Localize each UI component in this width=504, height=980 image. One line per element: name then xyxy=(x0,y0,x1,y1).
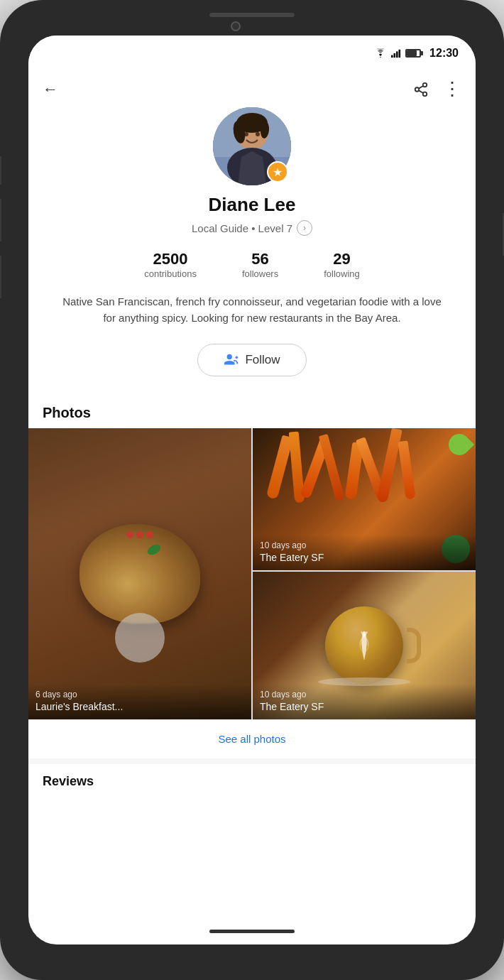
photo-days-ago-2: 10 days ago xyxy=(260,540,469,550)
more-button[interactable]: ⋮ xyxy=(443,78,461,100)
photos-section-header: Photos xyxy=(28,393,476,428)
share-icon xyxy=(413,82,429,97)
local-guide-badge: ★ xyxy=(267,161,288,183)
bio-text: Native San Franciscan, french fry connoi… xyxy=(43,293,461,327)
berry-2 xyxy=(136,531,143,538)
wifi-icon xyxy=(374,48,387,58)
photo-bg-1 xyxy=(28,428,251,719)
followers-label: followers xyxy=(242,268,278,279)
back-button[interactable]: ← xyxy=(43,80,58,99)
ripple-effect xyxy=(115,613,165,663)
top-nav: ← ⋮ xyxy=(28,71,476,100)
following-label: following xyxy=(324,268,360,279)
food-berries xyxy=(126,531,153,538)
status-icons: 12:30 xyxy=(374,47,459,60)
battery-icon xyxy=(405,49,421,58)
stat-contributions[interactable]: 2500 contributions xyxy=(121,250,219,279)
stat-following[interactable]: 29 following xyxy=(301,250,383,279)
photo-grid: 6 days ago Laurie's Breakfast... xyxy=(28,428,476,719)
reviews-title: Reviews xyxy=(43,774,94,788)
home-indicator xyxy=(209,930,295,933)
camera xyxy=(231,21,241,31)
photo-overlay-1: 6 days ago Laurie's Breakfast... xyxy=(28,684,251,719)
svg-point-5 xyxy=(415,87,420,92)
screen: 12:30 ← xyxy=(28,36,476,944)
svg-rect-0 xyxy=(391,55,393,58)
photo-place-3: The Eatery SF xyxy=(260,701,469,712)
svg-line-8 xyxy=(419,85,423,88)
volume-down-button xyxy=(0,199,1,241)
silent-button xyxy=(0,256,1,298)
signal-icon xyxy=(391,48,401,58)
svg-rect-2 xyxy=(396,51,398,58)
volume-up-button xyxy=(0,156,1,185)
reviews-peek: Reviews xyxy=(28,758,476,795)
level-info-button[interactable]: › xyxy=(297,220,312,236)
chevron-right-icon: › xyxy=(303,223,306,233)
coffee-cup xyxy=(325,606,403,685)
photo-cell-1[interactable]: 6 days ago Laurie's Breakfast... xyxy=(28,428,251,719)
time-display: 12:30 xyxy=(429,47,459,60)
status-bar: 12:30 xyxy=(28,36,476,71)
svg-point-15 xyxy=(256,132,260,136)
photo-days-ago-3: 10 days ago xyxy=(260,690,469,699)
food-scone xyxy=(80,524,200,624)
stats-row: 2500 contributions 56 followers 29 follo… xyxy=(43,250,461,279)
svg-point-4 xyxy=(423,82,427,87)
user-name: Diane Lee xyxy=(209,194,296,216)
avatar-container: ★ xyxy=(213,107,291,185)
nav-action-icons: ⋮ xyxy=(413,78,461,100)
follow-button[interactable]: Follow xyxy=(197,344,306,376)
add-person-icon xyxy=(224,353,239,367)
phone-frame: 12:30 ← xyxy=(0,0,504,980)
star-icon: ★ xyxy=(273,165,283,179)
photo-overlay-3: 10 days ago The Eatery SF xyxy=(253,684,476,719)
follow-label: Follow xyxy=(245,353,280,367)
followers-value: 56 xyxy=(251,250,268,268)
photo-overlay-2: 10 days ago The Eatery SF xyxy=(253,535,476,570)
battery-fill xyxy=(407,50,417,56)
following-value: 29 xyxy=(333,250,350,268)
contributions-label: contributions xyxy=(144,268,197,279)
stat-followers[interactable]: 56 followers xyxy=(219,250,301,279)
berry-3 xyxy=(146,531,153,538)
photo-cell-3[interactable]: 10 days ago The Eatery SF xyxy=(253,572,476,719)
level-text: Local Guide • Level 7 xyxy=(192,222,292,234)
photo-cell-2[interactable]: 10 days ago The Eatery SF xyxy=(253,428,476,570)
photos-title: Photos xyxy=(43,405,461,421)
app-content[interactable]: ← ⋮ xyxy=(28,71,476,944)
photo-days-ago-1: 6 days ago xyxy=(35,690,244,699)
svg-line-7 xyxy=(419,90,423,93)
user-level: Local Guide • Level 7 › xyxy=(192,220,312,236)
see-all-photos-button[interactable]: See all photos xyxy=(218,733,285,745)
latte-art-icon xyxy=(339,621,389,670)
photo-place-2: The Eatery SF xyxy=(260,552,469,563)
berry-1 xyxy=(126,531,133,538)
profile-section: ★ Diane Lee Local Guide • Level 7 › 2500 xyxy=(28,100,476,393)
svg-rect-3 xyxy=(399,50,401,58)
contributions-value: 2500 xyxy=(153,250,188,268)
photo-place-1: Laurie's Breakfast... xyxy=(35,701,244,712)
see-all-bar[interactable]: See all photos xyxy=(28,719,476,758)
svg-point-6 xyxy=(423,92,427,96)
share-button[interactable] xyxy=(413,82,429,97)
svg-rect-1 xyxy=(394,53,396,58)
